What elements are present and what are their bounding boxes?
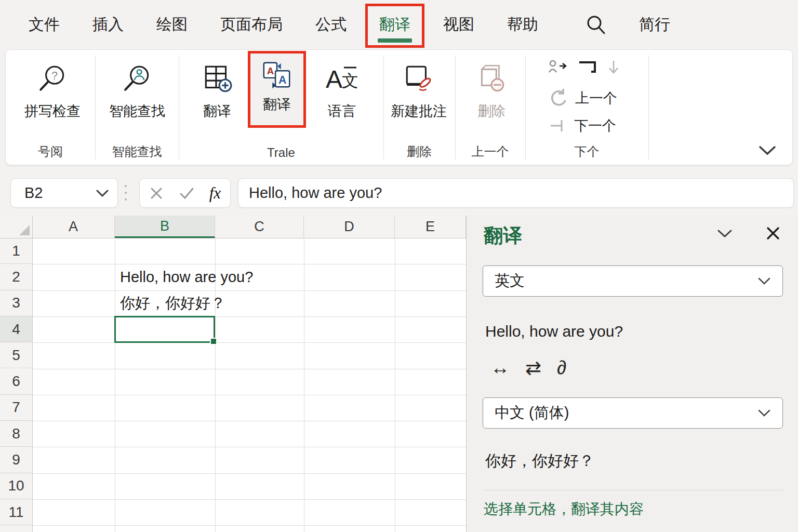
pane-hint: 选择单元格，翻译其内容 xyxy=(484,499,644,519)
person-forward-icon[interactable] xyxy=(547,58,569,77)
row-header-10[interactable]: 10 xyxy=(0,473,32,499)
insert-function-icon[interactable]: fx xyxy=(209,184,221,203)
row-header-9[interactable]: 9 xyxy=(0,447,32,473)
gridline xyxy=(32,342,466,343)
pane-divider xyxy=(483,490,783,490)
swap-arrows-icon[interactable]: ⇄ xyxy=(525,357,541,379)
translate-table-button[interactable]: 翻译 xyxy=(178,56,256,121)
tack-icon xyxy=(548,116,567,135)
smart-lookup-icon xyxy=(98,56,176,102)
button-label: 智能查找 xyxy=(98,102,176,121)
formula-input[interactable]: Hello, how are you? xyxy=(238,178,794,208)
collapse-ribbon-chevron-icon[interactable] xyxy=(758,145,777,156)
close-icon[interactable] xyxy=(765,225,781,242)
column-header-D[interactable]: D xyxy=(304,216,395,238)
ribbon: ? 拼写检查 号阅 智能查找 智能查找 xyxy=(5,49,793,165)
pane-title: 翻译 xyxy=(484,223,522,249)
language-icon: A 文 xyxy=(303,56,381,102)
gridline xyxy=(32,499,466,500)
button-label: 语言 xyxy=(303,102,381,121)
row-header-6[interactable]: 6 xyxy=(0,369,32,395)
formula-controls: fx xyxy=(139,178,231,208)
delete-button: 删除 xyxy=(460,56,523,121)
name-box[interactable]: B2 xyxy=(10,178,118,208)
cancel-icon[interactable] xyxy=(149,186,164,201)
tab-draw[interactable]: 绘图 xyxy=(156,14,188,35)
tab-formulas[interactable]: 公式 xyxy=(315,14,347,35)
row-header-11[interactable]: 11 xyxy=(0,499,32,525)
name-box-value: B2 xyxy=(24,184,43,202)
column-header-B[interactable]: B xyxy=(115,216,215,238)
search-icon[interactable] xyxy=(586,15,606,35)
gridline xyxy=(395,238,395,532)
gridline xyxy=(32,216,33,532)
target-language-dropdown[interactable]: 中文 (简体) xyxy=(483,397,783,429)
formula-bar-drag-handle[interactable] xyxy=(125,185,127,201)
button-label: 翻译 xyxy=(250,95,303,114)
tab-view[interactable]: 视图 xyxy=(443,14,474,35)
button-label: 上一个 xyxy=(575,89,617,108)
source-text: Hello, how are you? xyxy=(485,323,623,340)
select-all-corner[interactable] xyxy=(0,216,33,238)
name-box-chevron-icon[interactable] xyxy=(96,189,109,197)
next-button[interactable]: 下一个 xyxy=(548,116,616,135)
formula-value: Hello, how are you? xyxy=(249,184,382,202)
row-header-2[interactable]: 2 xyxy=(0,264,32,290)
gridline xyxy=(32,447,466,447)
new-comment-button[interactable]: 新建批注 xyxy=(382,56,455,121)
tab-insert[interactable]: 插入 xyxy=(92,14,124,35)
button-label: 翻译 xyxy=(178,102,256,121)
ribbon-tab-bar: 文件插入绘图页面布局公式翻译视图帮助简行 xyxy=(0,0,798,49)
column-header-C[interactable]: C xyxy=(215,216,304,238)
svg-text:?: ? xyxy=(51,69,58,82)
enter-check-icon[interactable] xyxy=(179,187,194,200)
gridline xyxy=(32,525,466,526)
row-header-partial xyxy=(0,525,32,532)
tab-help[interactable]: 帮助 xyxy=(507,14,538,35)
spell-check-icon: ? xyxy=(14,56,91,102)
group-label: 智能查找 xyxy=(95,143,179,160)
spreadsheet-grid: ABCDE1234567891011Hello, how are you?你好，… xyxy=(0,216,466,532)
tab-file[interactable]: 文件 xyxy=(29,14,60,35)
column-header-A[interactable]: A xyxy=(32,216,115,238)
group-separator xyxy=(648,55,649,159)
translate-pane-button[interactable]: A A 翻译 xyxy=(248,51,306,128)
tab-translate[interactable]: 翻译 xyxy=(379,14,410,35)
pane-options-chevron-icon[interactable] xyxy=(717,229,733,238)
source-language-dropdown[interactable]: 英文 xyxy=(483,265,783,297)
previous-button[interactable]: 上一个 xyxy=(546,87,617,109)
delete-icon xyxy=(460,56,523,102)
source-language-value: 英文 xyxy=(495,271,525,291)
gridline xyxy=(32,290,466,291)
row-header-7[interactable]: 7 xyxy=(0,395,32,421)
row-header-4[interactable]: 4 xyxy=(0,316,32,342)
column-header-E[interactable]: E xyxy=(395,216,466,238)
down-arrow-icon[interactable] xyxy=(607,58,620,77)
row-header-1[interactable]: 1 xyxy=(0,238,32,264)
search-label[interactable]: 简行 xyxy=(639,14,670,35)
script-icon[interactable]: ∂ xyxy=(557,357,566,379)
row-header-3[interactable]: 3 xyxy=(0,290,32,316)
group-label: 删除 xyxy=(383,143,455,160)
language-button[interactable]: A 文 语言 xyxy=(303,56,381,121)
smart-lookup-button[interactable]: 智能查找 xyxy=(98,56,176,121)
gridline xyxy=(115,238,115,532)
chevron-down-icon xyxy=(757,277,771,285)
gridline xyxy=(304,238,304,532)
tab-page-layout[interactable]: 页面布局 xyxy=(220,14,283,35)
svg-text:A: A xyxy=(326,65,342,93)
spell-check-button[interactable]: ? 拼写检查 xyxy=(14,56,91,121)
chevron-down-icon xyxy=(757,409,771,417)
row-header-8[interactable]: 8 xyxy=(0,421,32,447)
swap-horizontal-icon[interactable]: ↔ xyxy=(490,357,510,379)
undo-icon xyxy=(546,87,568,109)
fill-handle[interactable] xyxy=(210,338,217,345)
svg-text:A: A xyxy=(267,65,274,76)
gridline xyxy=(32,369,466,369)
translate-actions-row: ↔ ⇄ ∂ xyxy=(490,357,566,379)
corner-arrow-icon[interactable] xyxy=(576,58,600,77)
cell-B2[interactable]: Hello, how are you? xyxy=(120,264,253,290)
cell-B3[interactable]: 你好，你好好？ xyxy=(120,290,225,316)
selected-cell-B4[interactable] xyxy=(114,316,215,343)
row-header-5[interactable]: 5 xyxy=(0,342,32,368)
